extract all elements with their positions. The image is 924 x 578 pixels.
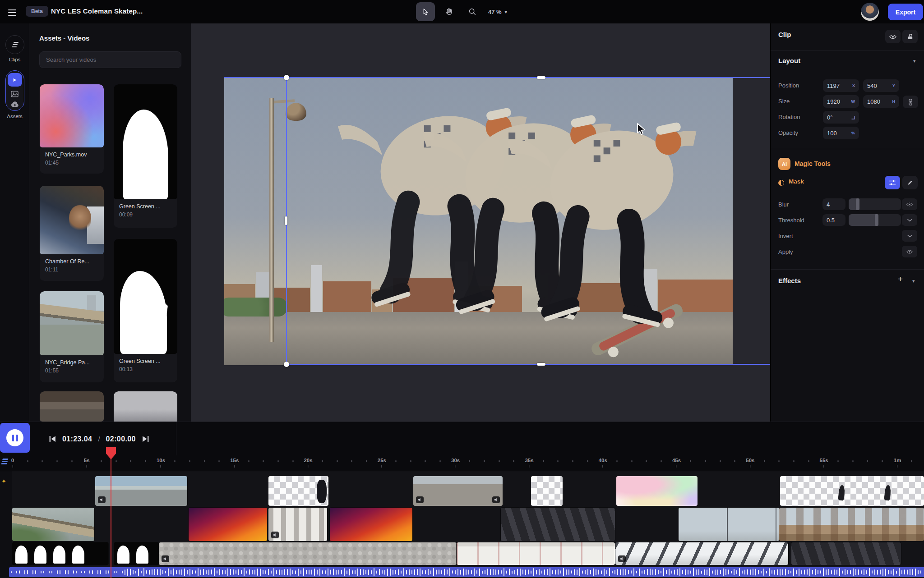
timeline-clip-skyline[interactable] (779, 508, 924, 541)
threshold-value-input[interactable]: 0.5 (822, 214, 845, 226)
clip-lock-button[interactable] (902, 30, 918, 43)
ruler-tick-label: 25s (378, 458, 386, 463)
timeline-clip-white-bridge[interactable] (615, 542, 788, 565)
asset-card-green-screen-1[interactable]: Green Screen ... 00:09 (114, 84, 177, 228)
position-x-input[interactable]: 1197 X (823, 79, 859, 92)
timeline-ruler[interactable]: 05s10s15s20s25s30s35s40s45s50s55s1m (0, 455, 924, 471)
timeline-clip-sil-white[interactable] (12, 542, 108, 565)
ruler-dot (543, 460, 544, 462)
timeline-tracks[interactable] (0, 471, 924, 578)
selection-top-edge[interactable] (224, 77, 770, 78)
mask-edit-button[interactable] (902, 176, 918, 189)
timeline-clip-dark-street[interactable] (791, 542, 901, 565)
timeline-clip-bridge[interactable] (12, 508, 94, 541)
size-link-button[interactable] (903, 96, 918, 108)
asset-card-nyc-bridge[interactable]: NYC_Bridge Pa... 01:55 (40, 291, 104, 382)
asset-card-green-screen-2[interactable]: Green Screen ... 00:13 (114, 239, 177, 382)
size-w-input[interactable]: 1920 W (823, 95, 859, 108)
timeline-clip-checker[interactable] (268, 476, 328, 506)
ruler-dot (42, 460, 43, 462)
mask-settings-button[interactable] (885, 176, 900, 189)
ruler-dot (778, 460, 780, 462)
threshold-expand-button[interactable] (902, 214, 917, 226)
asset-card-nyc-parks[interactable]: NYC_Parks.mov 01:45 (40, 84, 104, 174)
effects-collapse-chevron[interactable]: ▾ (912, 278, 915, 284)
skip-forward-button[interactable] (142, 435, 149, 443)
preview-canvas[interactable] (191, 23, 770, 422)
audio-track[interactable] (9, 567, 924, 577)
timeline-clip-checker[interactable] (531, 476, 563, 506)
ruler-tick-label: 10s (157, 458, 165, 463)
total-time: 02:00.00 (106, 435, 136, 443)
ruler-tick-label: 35s (525, 458, 533, 463)
ruler-dot (71, 460, 73, 462)
images-tab-icon[interactable] (11, 91, 18, 97)
apply-keyframe-button[interactable] (902, 246, 917, 257)
timeline-clip-cobble[interactable] (159, 542, 457, 565)
rotation-input[interactable]: 0° (823, 111, 859, 124)
asset-thumbnail (40, 291, 104, 355)
ruler-dot (395, 460, 397, 462)
asset-card-partial[interactable] (40, 391, 104, 422)
position-y-input[interactable]: 540 Y (863, 79, 899, 92)
avatar[interactable] (861, 3, 879, 21)
selection-top-mid-handle[interactable] (537, 76, 545, 79)
pan-tool-button[interactable] (439, 2, 458, 21)
opacity-input[interactable]: 100 % (823, 127, 859, 139)
size-h-input[interactable]: 1080 H (863, 95, 899, 108)
layout-collapse-chevron[interactable]: ▾ (913, 58, 916, 64)
ruler-dot (27, 460, 28, 462)
timeline-clip-sky-post[interactable] (678, 508, 779, 541)
sidebar-item-assets[interactable]: Assets (4, 70, 25, 119)
project-title[interactable]: NYC LES Coleman Skatep... (51, 7, 143, 15)
asset-card-chamber[interactable]: Chamber Of Re... 01:11 (40, 186, 104, 281)
blur-value-input[interactable]: 4 (822, 198, 845, 210)
clip-audio-icon (618, 555, 626, 562)
videos-tab-icon[interactable] (8, 73, 22, 87)
timeline-clip-street-skater[interactable] (413, 476, 503, 506)
clip-visibility-button[interactable] (885, 30, 901, 43)
timeline-clip-checker-sil[interactable] (780, 476, 924, 506)
skip-back-button[interactable] (49, 435, 56, 443)
selection-bottom-edge[interactable] (286, 364, 770, 365)
timeline-clip-white-street[interactable] (457, 542, 615, 565)
asset-card-partial[interactable] (114, 391, 177, 422)
menu-icon[interactable] (8, 8, 18, 16)
mask-label: Mask (789, 178, 804, 185)
link-icon (908, 99, 913, 106)
threshold-slider[interactable] (849, 214, 901, 226)
sliders-icon (889, 180, 896, 185)
timeline-layers-icon[interactable] (1, 458, 9, 465)
selection-corner-handle-bottom[interactable] (284, 362, 289, 367)
timeline-clip-white-figures[interactable] (268, 508, 327, 541)
ruler-dot (911, 460, 912, 462)
add-effect-button[interactable]: + (898, 274, 903, 284)
asset-name: Green Screen ... (114, 199, 177, 210)
invert-expand-button[interactable] (902, 230, 917, 242)
timeline-clip-heatmap[interactable] (330, 508, 412, 541)
ruler-dot (116, 460, 117, 462)
selection-left-mid-handle[interactable] (285, 216, 287, 225)
ruler-dot (263, 460, 264, 462)
pause-button[interactable] (0, 423, 30, 453)
select-tool-button[interactable] (416, 2, 435, 21)
zoom-tool-button[interactable] (463, 2, 482, 21)
search-input[interactable] (39, 51, 181, 68)
zoom-level-dropdown[interactable]: 47 % ▾ (488, 9, 507, 15)
export-button[interactable]: Export (888, 4, 923, 20)
timeline-clip-heatmap[interactable] (189, 508, 267, 541)
sidebar-item-clips[interactable]: Clips (4, 35, 25, 62)
skater-triple-exposure (224, 78, 733, 365)
selection-corner-handle-top[interactable] (284, 75, 289, 80)
video-frame[interactable] (224, 78, 733, 365)
video-editor-app: Beta NYC LES Coleman Skatep... 47 % ▾ Ex… (0, 0, 924, 578)
timeline-clip-dark-street[interactable] (501, 508, 615, 541)
timeline-clip-sil-white[interactable] (114, 542, 159, 565)
blur-slider[interactable] (849, 198, 901, 210)
upload-cloud-icon[interactable] (11, 101, 19, 107)
timeline-clip-rainbow[interactable] (616, 476, 698, 506)
blur-keyframe-button[interactable] (902, 198, 917, 210)
timeline-clip-skatepark[interactable] (95, 476, 187, 506)
zoom-level-value: 47 % (488, 9, 502, 15)
selection-bottom-mid-handle[interactable] (537, 363, 545, 366)
